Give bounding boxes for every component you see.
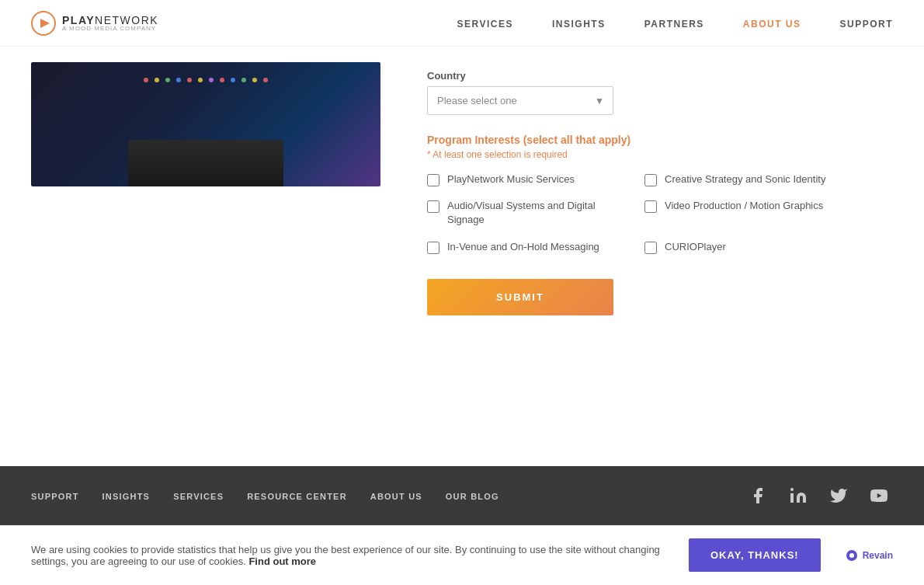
- hero-image-section: [31, 62, 380, 435]
- svg-marker-1: [40, 19, 50, 28]
- footer-link-about-us[interactable]: ABOUT US: [370, 492, 422, 501]
- nav-link-about-us[interactable]: ABOUT US: [743, 19, 801, 30]
- checkbox-label-cb2: Creative Strategy and Sonic Identity: [665, 172, 825, 186]
- program-interests-title: Program Interests (select all that apply…: [427, 134, 893, 146]
- contact-form: Country Please select one United States …: [427, 62, 893, 435]
- nav-link-insights[interactable]: INSIGHTS: [552, 19, 606, 30]
- checkbox-item-cb6[interactable]: CURIOPlayer: [644, 240, 831, 254]
- nav-link-partners[interactable]: PARTNERS: [644, 19, 704, 30]
- play-icon: [31, 11, 56, 36]
- svg-point-2: [790, 488, 794, 491]
- nav-link-support[interactable]: SUPPORT: [839, 19, 893, 30]
- find-out-more-link[interactable]: Find out more: [248, 555, 316, 567]
- country-select-wrapper: Please select one United States Canada U…: [427, 86, 613, 115]
- light-dot: [198, 78, 203, 82]
- logo: PLAYNETWORK A MOOD MEDIA COMPANY: [31, 11, 158, 36]
- youtube-icon[interactable]: [865, 482, 893, 510]
- footer-link-services[interactable]: SERVICES: [173, 492, 224, 501]
- revain-badge: Revain: [846, 549, 893, 562]
- footer-link-insights[interactable]: INSIGHTS: [102, 492, 151, 501]
- social-links: [744, 482, 893, 510]
- light-dot: [187, 78, 192, 82]
- country-label: Country: [427, 70, 893, 82]
- country-select[interactable]: Please select one United States Canada U…: [427, 86, 613, 115]
- checkbox-cb5[interactable]: [427, 242, 439, 254]
- hero-image: [31, 62, 380, 186]
- nav-links: SERVICESINSIGHTSPARTNERSABOUT USSUPPORT: [457, 17, 893, 30]
- checkbox-label-cb4: Video Production / Motion Graphics: [665, 199, 823, 213]
- checkbox-label-cb5: In-Venue and On-Hold Messaging: [447, 240, 599, 254]
- checkbox-label-cb1: PlayNetwork Music Services: [447, 172, 575, 186]
- checkboxes-grid: PlayNetwork Music ServicesCreative Strat…: [427, 172, 831, 254]
- nav-link-services[interactable]: SERVICES: [457, 19, 513, 30]
- cookie-banner: We are using cookies to provide statisti…: [0, 525, 924, 584]
- linkedin-icon[interactable]: [784, 482, 812, 510]
- cookie-text: We are using cookies to provide statisti…: [31, 544, 673, 567]
- light-dot: [252, 78, 257, 82]
- light-dot: [220, 78, 224, 82]
- footer: SUPPORTINSIGHTSSERVICESRESOURCE CENTERAB…: [0, 466, 924, 525]
- light-dot: [209, 78, 214, 82]
- footer-link-our-blog[interactable]: OUR BLOG: [446, 492, 499, 501]
- checkbox-item-cb5[interactable]: In-Venue and On-Hold Messaging: [427, 240, 613, 254]
- checkbox-item-cb2[interactable]: Creative Strategy and Sonic Identity: [644, 172, 831, 186]
- light-dot: [165, 78, 170, 82]
- checkbox-cb4[interactable]: [644, 200, 657, 213]
- checkbox-cb6[interactable]: [644, 242, 657, 254]
- checkbox-item-cb1[interactable]: PlayNetwork Music Services: [427, 172, 613, 186]
- revain-label: Revain: [863, 550, 893, 561]
- submit-button[interactable]: SUBMIT: [427, 279, 613, 315]
- footer-links: SUPPORTINSIGHTSSERVICESRESOURCE CENTERAB…: [31, 489, 499, 502]
- twitter-icon[interactable]: [825, 482, 853, 510]
- logo-sub: A MOOD MEDIA COMPANY: [62, 25, 158, 32]
- svg-point-5: [849, 553, 854, 558]
- checkbox-label-cb3: Audio/Visual Systems and Digital Signage: [447, 199, 613, 227]
- footer-link-resource-center[interactable]: RESOURCE CENTER: [247, 492, 347, 501]
- checkbox-item-cb3[interactable]: Audio/Visual Systems and Digital Signage: [427, 199, 613, 227]
- checkbox-item-cb4[interactable]: Video Production / Motion Graphics: [644, 199, 831, 227]
- navbar: PLAYNETWORK A MOOD MEDIA COMPANY SERVICE…: [0, 0, 924, 47]
- audio-equipment: [128, 140, 283, 186]
- light-dot: [241, 78, 246, 82]
- logo-text: PLAYNETWORK A MOOD MEDIA COMPANY: [62, 14, 158, 32]
- stage-lights: [144, 78, 268, 82]
- light-dot: [176, 78, 181, 82]
- light-dot: [155, 78, 159, 82]
- main-content: Country Please select one United States …: [0, 47, 924, 466]
- light-dot: [231, 78, 235, 82]
- checkbox-cb1[interactable]: [427, 174, 439, 186]
- checkbox-cb2[interactable]: [644, 174, 657, 186]
- light-dot: [144, 78, 148, 82]
- footer-link-support[interactable]: SUPPORT: [31, 492, 79, 501]
- cookie-accept-button[interactable]: OKAY, THANKS!: [689, 538, 821, 572]
- cookie-message: We are using cookies to provide statisti…: [31, 544, 660, 567]
- checkbox-cb3[interactable]: [427, 200, 439, 213]
- program-required-note: * At least one selection is required: [427, 149, 893, 160]
- facebook-icon[interactable]: [744, 482, 772, 510]
- checkbox-label-cb6: CURIOPlayer: [665, 240, 726, 254]
- light-dot: [263, 78, 268, 82]
- revain-icon: [846, 549, 858, 562]
